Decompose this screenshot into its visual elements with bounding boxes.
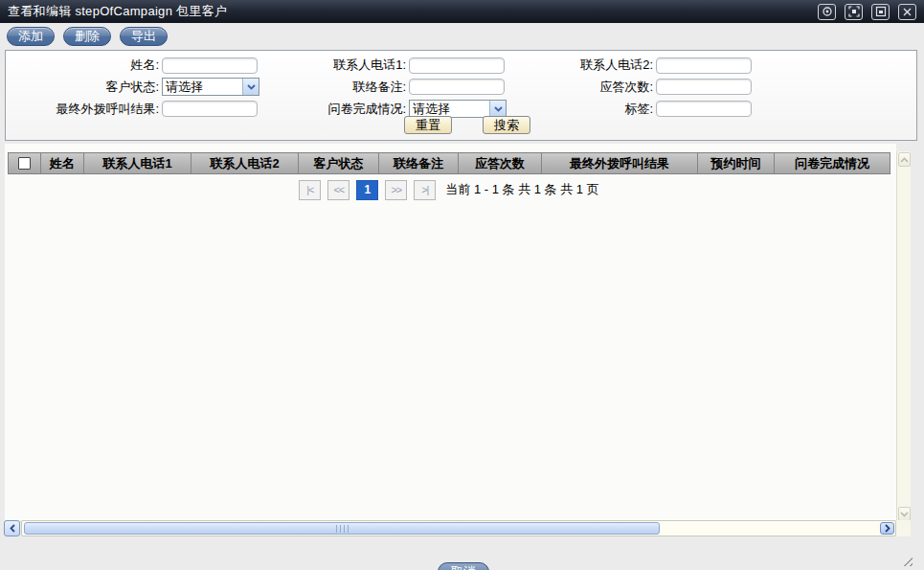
- horizontal-scrollbar[interactable]: [4, 520, 896, 536]
- column-header-answers[interactable]: 应答次数: [459, 153, 542, 173]
- column-header-phone1[interactable]: 联系人电话1: [84, 153, 192, 173]
- pagination: |< << 1 >> >| 当前 1 - 1 条 共 1 条 共 1 页: [8, 179, 890, 200]
- reset-button[interactable]: 重置: [404, 116, 452, 134]
- pagination-summary: 当前 1 - 1 条 共 1 条 共 1 页: [445, 181, 598, 198]
- phone2-label: 联系人电话2:: [509, 57, 653, 74]
- vertical-scrollbar[interactable]: [896, 151, 911, 522]
- status-label: 客户状态:: [6, 79, 159, 96]
- search-button[interactable]: 搜索: [483, 116, 530, 134]
- column-header-reserve-time[interactable]: 预约时间: [698, 153, 775, 173]
- questionnaire-label: 问卷完成情况:: [262, 101, 406, 118]
- customer-status-value: 请选择: [163, 79, 242, 96]
- questionnaire-value: 请选择: [410, 101, 489, 118]
- table-header: 姓名 联系人电话1 联系人电话2 客户状态 联络备注 应答次数 最终外拨呼叫结果…: [8, 152, 890, 174]
- column-header-note[interactable]: 联络备注: [379, 153, 459, 173]
- name-label: 姓名:: [6, 57, 159, 74]
- answers-label: 应答次数:: [509, 79, 653, 96]
- note-label: 联络备注:: [262, 79, 406, 96]
- scrollbar-corner: [896, 520, 911, 536]
- search-form: 姓名: 联系人电话1: 联系人电话2: 客户状态: 请选择 联络备注: 应答次数…: [6, 51, 916, 118]
- call-result-input[interactable]: [162, 101, 258, 117]
- column-header-name[interactable]: 姓名: [41, 153, 84, 173]
- scroll-grip-icon: [336, 525, 349, 533]
- scroll-down-icon[interactable]: [898, 507, 911, 521]
- scroll-right-icon[interactable]: [880, 522, 894, 535]
- column-header-questionnaire[interactable]: 问卷完成情况: [775, 153, 890, 173]
- phone1-input[interactable]: [409, 57, 505, 74]
- call-result-label: 最终外拨呼叫结果:: [6, 101, 159, 118]
- dialog-window: 查看和编辑 stepOfCampaign 包里客户 添加 删除 导出: [0, 0, 924, 570]
- horizontal-scroll-track[interactable]: [21, 520, 896, 536]
- cancel-button[interactable]: 取消: [438, 562, 489, 570]
- customer-status-select[interactable]: 请选择: [162, 78, 259, 96]
- select-all-cell: [9, 153, 41, 173]
- answers-input[interactable]: [656, 79, 752, 95]
- chevron-down-icon: [242, 79, 259, 95]
- name-input[interactable]: [162, 57, 258, 74]
- resize-grip-icon[interactable]: [900, 554, 913, 566]
- delete-button[interactable]: 删除: [63, 27, 111, 46]
- prev-page-button[interactable]: <<: [327, 180, 349, 200]
- close-icon[interactable]: [898, 4, 916, 20]
- note-input[interactable]: [409, 79, 505, 95]
- export-button[interactable]: 导出: [120, 27, 168, 46]
- phone1-label: 联系人电话1:: [262, 57, 406, 74]
- restore-icon[interactable]: [871, 4, 890, 20]
- first-page-button[interactable]: |<: [299, 180, 321, 200]
- chevron-down-icon: [489, 101, 506, 117]
- select-all-checkbox[interactable]: [18, 157, 31, 170]
- record-icon[interactable]: [818, 4, 836, 20]
- scroll-left-icon[interactable]: [4, 520, 20, 536]
- form-buttons: 重置 搜索: [404, 116, 530, 134]
- column-header-phone2[interactable]: 联系人电话2: [192, 153, 299, 173]
- last-page-button[interactable]: >|: [414, 180, 436, 200]
- current-page-button[interactable]: 1: [356, 180, 378, 200]
- title-bar: 查看和编辑 stepOfCampaign 包里客户: [0, 0, 924, 23]
- tag-input[interactable]: [656, 101, 752, 117]
- horizontal-scroll-thumb[interactable]: [24, 522, 660, 535]
- search-panel: 姓名: 联系人电话1: 联系人电话2: 客户状态: 请选择 联络备注: 应答次数…: [5, 50, 917, 141]
- scroll-up-icon[interactable]: [898, 152, 911, 167]
- add-button[interactable]: 添加: [7, 27, 55, 46]
- maximize-icon[interactable]: [845, 4, 863, 20]
- tag-label: 标签:: [509, 101, 653, 118]
- column-header-call-result[interactable]: 最终外拨呼叫结果: [542, 153, 698, 173]
- next-page-button[interactable]: >>: [385, 180, 407, 200]
- toolbar: 添加 删除 导出: [7, 27, 168, 46]
- phone2-input[interactable]: [656, 57, 752, 74]
- column-header-status[interactable]: 客户状态: [299, 153, 379, 173]
- window-title: 查看和编辑 stepOfCampaign 包里客户: [8, 3, 809, 20]
